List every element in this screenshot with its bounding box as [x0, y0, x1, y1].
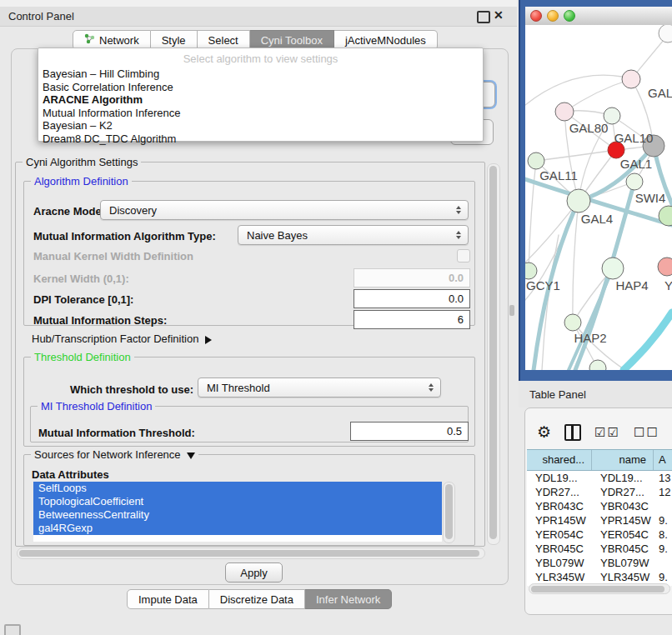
table-row[interactable]: YER054CYER054C8.	[527, 528, 672, 542]
attribute-item-topologicalcoefficient[interactable]: TopologicalCoefficient	[33, 495, 442, 508]
algorithm-option-dream8-dc-tdc-algorithm[interactable]: Dream8 DC_TDC Algorithm	[38, 132, 483, 146]
table-cell: YER054C	[592, 528, 654, 542]
close-icon[interactable]: ✕	[494, 8, 504, 22]
column-header-a[interactable]: A	[654, 450, 672, 470]
table-row[interactable]: YBL079WYBL079W	[527, 556, 672, 570]
network-node-hap2[interactable]	[564, 314, 581, 331]
tab-impute-data[interactable]: Impute Data	[127, 589, 209, 609]
table-cell: YBR045C	[527, 542, 592, 556]
hub-section-toggle[interactable]: Hub/Transcription Factor Definition	[32, 332, 212, 345]
table-panel-title: Table Panel	[529, 388, 586, 401]
node-label-gal: GAL	[648, 86, 672, 100]
network-edge[interactable]	[525, 201, 579, 262]
tab-discretize-data[interactable]: Discretize Data	[209, 589, 305, 609]
control-panel-titlebar: Control Panel ✕	[0, 7, 517, 27]
float-window-icon[interactable]	[477, 11, 490, 23]
aracne-mode-label: Aracne Mode:	[33, 205, 105, 218]
table-row[interactable]: YBR045CYBR045C9.	[527, 542, 672, 556]
network-node-gal[interactable]	[622, 70, 640, 88]
mi-threshold-label: Mutual Information Threshold:	[38, 427, 195, 439]
network-canvas[interactable]: GALGAL80GAL10GAL1GAL11SWI4GAL4GCY1HAP4YH…	[525, 25, 672, 370]
column-header-shared[interactable]: shared...	[527, 450, 592, 470]
table-row[interactable]: YBR043CYBR043C	[527, 499, 672, 513]
node-label-gal10: GAL10	[614, 131, 654, 145]
settings-horizontal-scrollbar[interactable]	[17, 548, 485, 559]
table-row[interactable]: YDL19...YDL19...13	[527, 471, 672, 485]
network-node-gal4[interactable]	[567, 189, 590, 212]
table-cell: YER054C	[527, 528, 592, 542]
close-traffic-light-icon[interactable]	[530, 10, 542, 22]
network-node[interactable]	[659, 25, 672, 42]
algorithm-option-basic-correlation-inference[interactable]: Basic Correlation Inference	[38, 81, 483, 94]
minimize-traffic-light-icon[interactable]	[547, 10, 559, 22]
table-row[interactable]: YLR345WYLR345W9.	[527, 570, 672, 584]
data-attributes-list[interactable]: SelfLoopsTopologicalCoefficientBetweenne…	[33, 482, 442, 542]
network-edge[interactable]	[573, 201, 579, 322]
network-node-hap4[interactable]	[602, 258, 624, 279]
table-row[interactable]: YPR145WYPR145W9.	[527, 513, 672, 528]
attribute-item-gal4rgexp[interactable]: gal4RGexp	[33, 522, 442, 535]
kernel-width-field: 0.0	[354, 268, 470, 288]
settings-vertical-scrollbar[interactable]	[487, 163, 500, 545]
which-threshold-combo[interactable]: MI Threshold	[198, 378, 441, 398]
aracne-mode-combo[interactable]: Discovery	[100, 200, 469, 220]
network-edge[interactable]	[564, 79, 631, 112]
algorithm-option-mutual-information-inference[interactable]: Mutual Information Inference	[38, 107, 483, 120]
algorithm-dropdown-popup: Select algorithm to view settings Bayesi…	[38, 48, 484, 142]
algorithm-option-aracne-algorithm[interactable]: ARACNE Algorithm	[38, 93, 483, 107]
table-cell: 9.	[654, 542, 672, 556]
algorithm-dropdown-list: Bayesian – Hill ClimbingBasic Correlatio…	[38, 68, 483, 145]
network-node-gal80[interactable]	[555, 102, 574, 121]
table-row[interactable]: YDR27...YDR27...12	[527, 485, 672, 499]
attribute-item-selfloops[interactable]: SelfLoops	[33, 482, 442, 495]
stepper-icon	[456, 231, 461, 239]
gear-icon[interactable]: ⚙	[537, 424, 551, 441]
splitter-handle[interactable]	[509, 305, 514, 316]
dpi-tolerance-field[interactable]: 0.0	[354, 289, 470, 308]
aracne-mode-value: Discovery	[109, 204, 157, 217]
tab-infer-network[interactable]: Infer Network	[305, 589, 392, 609]
attribute-item-betweennesscentrality[interactable]: BetweennessCentrality	[33, 508, 442, 522]
zoom-traffic-light-icon[interactable]	[564, 10, 575, 22]
network-node-gal11[interactable]	[528, 152, 544, 169]
column-header-name[interactable]: name	[592, 450, 654, 470]
algorithm-option-bayesian-k2[interactable]: Bayesian – K2	[38, 119, 483, 132]
table-cell: YDL19...	[592, 471, 654, 485]
threshold-definition-title: Threshold Definition	[31, 351, 134, 363]
network-graph[interactable]: GALGAL80GAL10GAL1GAL11SWI4GAL4GCY1HAP4YH…	[525, 25, 672, 370]
network-window-titlebar[interactable]	[525, 7, 672, 26]
node-label-swi4: SWI4	[635, 191, 666, 205]
network-edge[interactable]	[624, 312, 672, 370]
network-node-y[interactable]	[658, 258, 672, 276]
mi-algorithm-type-combo[interactable]: Naive Bayes	[238, 225, 469, 245]
network-edge[interactable]	[525, 75, 622, 105]
network-edge[interactable]	[529, 161, 536, 271]
column-layout-icon[interactable]	[564, 424, 581, 441]
minimized-panel-icon[interactable]	[4, 624, 21, 635]
unchecked-columns-icon[interactable]: ☐☐	[634, 425, 659, 440]
node-label-gal4: GAL4	[581, 212, 613, 226]
network-node-gcy1[interactable]	[525, 262, 537, 279]
data-attributes-label: Data Attributes	[32, 468, 109, 481]
node-label-gal11: GAL11	[539, 168, 578, 182]
algorithm-option-bayesian-hill-climbing[interactable]: Bayesian – Hill Climbing	[38, 68, 483, 81]
manual-kernel-checkbox[interactable]	[457, 249, 470, 262]
node-label-gcy1: GCY1	[526, 278, 560, 292]
cyni-bottom-tabs: Impute DataDiscretize DataInfer Network	[127, 589, 392, 608]
attribute-list-scrollbar[interactable]	[443, 482, 455, 543]
control-panel-tabs: NetworkStyleSelectCyni ToolboxjActiveMNo…	[73, 30, 438, 48]
node-table: shared...nameA YDL19...YDL19...13YDR27..…	[527, 449, 672, 586]
checked-columns-icon[interactable]: ☑☑	[594, 425, 620, 440]
table-cell: 9.	[654, 570, 672, 584]
network-node[interactable]	[589, 360, 606, 370]
mi-threshold-field[interactable]: 0.5	[350, 422, 469, 441]
network-edge[interactable]	[536, 150, 616, 161]
table-horizontal-scrollbar[interactable]	[529, 583, 670, 594]
sources-title[interactable]: Sources for Network Inference	[31, 448, 198, 461]
tab-label: Style	[162, 34, 186, 47]
mi-steps-field[interactable]: 6	[354, 310, 470, 329]
which-threshold-value: MI Threshold	[207, 382, 270, 394]
table-header-row: shared...nameA	[527, 449, 672, 471]
apply-button[interactable]: Apply	[225, 562, 283, 582]
network-node-swi4[interactable]	[626, 173, 643, 190]
